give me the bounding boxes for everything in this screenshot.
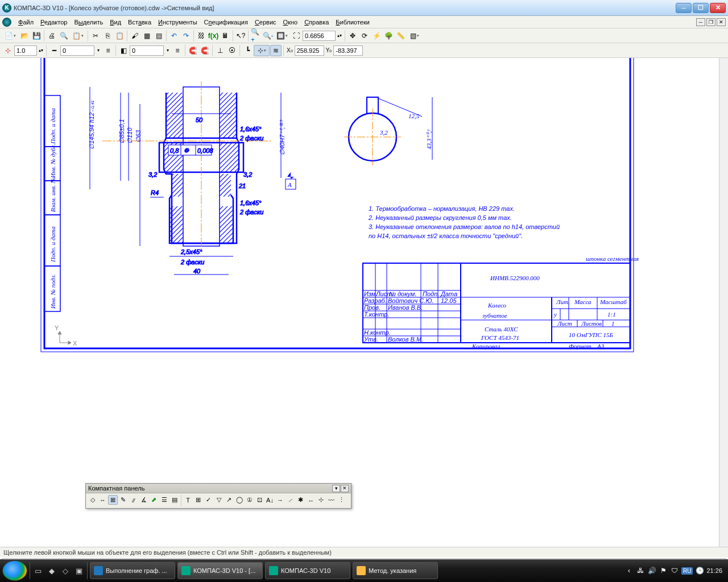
menu-help[interactable]: Справка: [301, 17, 332, 27]
tolerance-button[interactable]: ⊡: [255, 495, 264, 505]
x-input[interactable]: [295, 45, 324, 56]
vars-button[interactable]: f(x): [208, 30, 219, 41]
mark-button[interactable]: ✱: [296, 495, 305, 505]
param-button[interactable]: ≋: [270, 45, 282, 56]
pan-button[interactable]: ✥: [347, 30, 358, 41]
cut-button2[interactable]: ⟋: [286, 495, 295, 505]
tray-net-icon[interactable]: 🖧: [636, 566, 645, 575]
show-desktop-icon[interactable]: ▭: [32, 565, 44, 576]
measure2-button[interactable]: ∡: [139, 495, 148, 505]
snap1-button[interactable]: 🧲: [187, 45, 198, 56]
chain-button[interactable]: ⛓: [196, 30, 207, 41]
start-button[interactable]: [2, 560, 27, 581]
localcs-button[interactable]: ┗: [242, 45, 253, 56]
snap2-button[interactable]: 🧲: [199, 45, 210, 56]
step-input[interactable]: [14, 45, 37, 56]
spec-button[interactable]: ☰: [159, 495, 169, 505]
open-button[interactable]: 📂: [19, 30, 30, 41]
zoomwin-button[interactable]: 🔲: [274, 30, 290, 41]
props-button[interactable]: 📋: [70, 30, 86, 41]
menu-libs[interactable]: Библиотеки: [332, 17, 373, 27]
tray-clock-icon[interactable]: 🕒: [695, 566, 704, 575]
centerline-button[interactable]: --: [306, 495, 316, 505]
mdi-close-button[interactable]: ✕: [717, 18, 726, 26]
layers-button[interactable]: ▤: [153, 30, 164, 41]
tray-chevron-icon[interactable]: ‹: [624, 566, 634, 575]
round-button[interactable]: ⦿: [226, 45, 238, 56]
menu-view[interactable]: Вид: [106, 17, 125, 27]
datum-button[interactable]: ▽: [214, 495, 224, 505]
style-button[interactable]: ━: [48, 45, 60, 56]
menu-insert[interactable]: Вставка: [125, 17, 155, 27]
posnum-button[interactable]: ①: [245, 495, 254, 505]
menu-tools[interactable]: Инструменты: [155, 17, 201, 27]
preview-button[interactable]: 🔍: [58, 30, 69, 41]
undo-button[interactable]: ↶: [168, 30, 180, 41]
symbols-button[interactable]: ⊞: [108, 495, 118, 505]
close-button[interactable]: ✕: [710, 3, 726, 13]
copy-button[interactable]: ⎘: [102, 30, 113, 41]
state-mgr[interactable]: ≡: [172, 45, 183, 56]
mdi-restore-button[interactable]: ❐: [706, 18, 715, 26]
select-button[interactable]: ⬈: [149, 495, 159, 505]
edit-button[interactable]: ✎: [118, 495, 128, 505]
save-button[interactable]: 💾: [31, 30, 42, 41]
tree-button[interactable]: 🌳: [383, 30, 394, 41]
text-button[interactable]: T: [183, 495, 193, 505]
group-button[interactable]: ▦: [141, 30, 152, 41]
tray-time[interactable]: 21:26: [706, 567, 722, 574]
menu-file[interactable]: Файл: [15, 17, 37, 27]
task-item-2[interactable]: КОМПАС-3D V10 - [...: [177, 562, 263, 579]
panel-close-icon[interactable]: ✕: [341, 485, 349, 492]
state-dd[interactable]: ▾: [164, 45, 171, 56]
redraw-button[interactable]: ⚡: [371, 30, 382, 41]
print-button[interactable]: 🖨: [46, 30, 57, 41]
zoomout-button[interactable]: 🔍-: [262, 30, 274, 41]
copyprops-button[interactable]: 🖌: [129, 30, 140, 41]
y-input[interactable]: [333, 45, 363, 56]
arrow-button[interactable]: →: [275, 495, 285, 505]
section-button[interactable]: A↓: [265, 495, 275, 505]
dim-button[interactable]: ↔: [98, 495, 107, 505]
table-button[interactable]: ⊞: [193, 495, 203, 505]
menu-select[interactable]: Выделить: [71, 17, 106, 27]
task-item-3[interactable]: КОМПАС-3D V10: [265, 562, 350, 579]
zoomin-button[interactable]: 🔍+: [250, 30, 262, 41]
multi-button[interactable]: ⋮: [337, 495, 346, 505]
minimize-button[interactable]: ─: [676, 3, 692, 13]
redo-button[interactable]: ↷: [180, 30, 192, 41]
cut-button[interactable]: ✂: [90, 30, 101, 41]
drawing-canvas[interactable]: Подп. и дата Инв. № дубл. Взам. инв. № П…: [0, 58, 719, 548]
rough-button[interactable]: ✓: [204, 495, 213, 505]
paste-button[interactable]: 📋: [114, 30, 125, 41]
report-button[interactable]: ▤: [169, 495, 179, 505]
panel-dropdown-icon[interactable]: ▾: [332, 485, 340, 492]
mdi-minimize-button[interactable]: ─: [696, 18, 705, 26]
cursorstep-button[interactable]: ⊹: [2, 45, 14, 56]
tray-shield-icon[interactable]: 🛡: [670, 566, 679, 575]
geom-button[interactable]: ◇: [88, 495, 97, 505]
layer-input[interactable]: [60, 45, 94, 56]
menu-spec[interactable]: Спецификация: [201, 17, 251, 27]
layer-dd[interactable]: ▾: [95, 45, 102, 56]
render-button[interactable]: ▧: [407, 30, 423, 41]
new-button[interactable]: 📄: [2, 30, 18, 41]
ortho-button[interactable]: ⊥: [214, 45, 226, 56]
tray-flag-icon[interactable]: ⚑: [659, 566, 668, 575]
task-item-4[interactable]: Метод. указания: [353, 562, 438, 579]
quick1-icon[interactable]: ◆: [46, 565, 57, 576]
state-button[interactable]: ◧: [118, 45, 129, 56]
maximize-button[interactable]: ☐: [693, 3, 709, 13]
menu-window[interactable]: Окно: [280, 17, 301, 27]
measure-button[interactable]: 📏: [395, 30, 406, 41]
param-button2[interactable]: ⫽: [129, 495, 138, 505]
vertical-scrollbar[interactable]: [719, 58, 728, 548]
layer-mgr[interactable]: ≡: [102, 45, 114, 56]
task-item-1[interactable]: Выполнение граф. ...: [90, 562, 175, 579]
tray-vol-icon[interactable]: 🔊: [647, 566, 656, 575]
leader-button[interactable]: ↗: [224, 495, 234, 505]
tray-lang[interactable]: RU: [681, 567, 693, 575]
state-input[interactable]: [130, 45, 164, 56]
menu-editor[interactable]: Редактор: [37, 17, 71, 27]
axis-button[interactable]: ⊹: [316, 495, 326, 505]
